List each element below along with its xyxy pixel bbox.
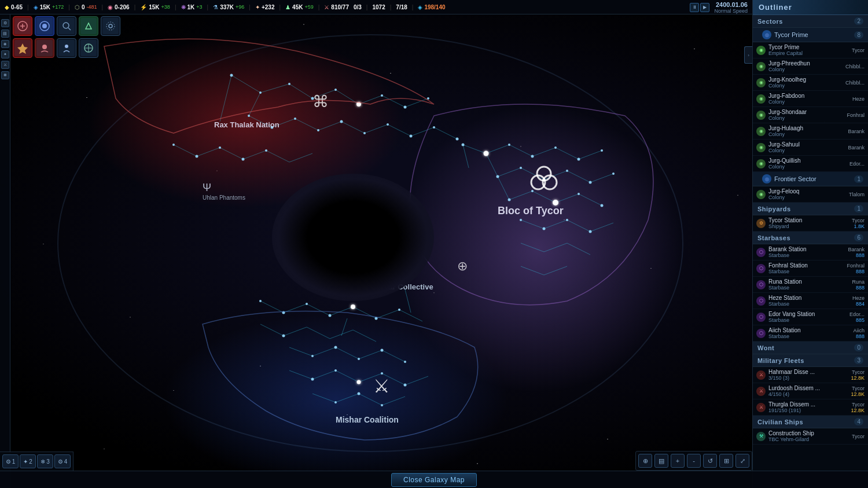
outliner-collapse-button[interactable]: ›: [744, 46, 752, 64]
shipyards-section-header[interactable]: Shipyards 1: [753, 203, 868, 215]
zoom-out-button[interactable]: -: [687, 454, 701, 468]
svg-point-133: [352, 306, 354, 308]
left-tool-6[interactable]: ❋: [1, 71, 9, 79]
power-stat: ◈ 198/140: [418, 4, 445, 10]
tycor-prime-subsection[interactable]: ◎ Tycor Prime 8: [753, 28, 868, 42]
thurgla-dissem-item[interactable]: ⚔ Thurgla Dissem ... 191/150 (191) Tycor…: [753, 399, 868, 416]
federation-button[interactable]: [79, 38, 98, 58]
barank-station-item[interactable]: ⬡ Barank Station Starbase Barank 888: [753, 244, 868, 260]
pop-stat: ♟ 45K +59: [285, 4, 314, 10]
galaxy-map-area[interactable]: Rax Thalak Nation Bloc of Tycor Ixidar S…: [0, 0, 752, 488]
tech-button[interactable]: [35, 16, 54, 36]
map-view-button[interactable]: ⊕: [638, 454, 652, 468]
heze-station-item[interactable]: ⬡ Heze Station Starbase Heze 884: [753, 293, 868, 309]
svg-point-131: [306, 303, 308, 305]
diplomacy-button[interactable]: [79, 16, 98, 36]
pause-button[interactable]: ⏸: [690, 3, 699, 12]
icon-row-1: [13, 16, 120, 36]
hahmaar-disse-item[interactable]: ⚔ Hahmaar Disse ... 3/150 (3) Tycor 12.8…: [753, 367, 868, 383]
left-toolbar: ⚙ ▤ ◈ ✦ ⚔ ❋: [0, 14, 10, 488]
colony-icon: ◉: [756, 94, 766, 104]
left-tool-5[interactable]: ⚔: [1, 61, 9, 69]
filter-button[interactable]: ▤: [654, 454, 668, 468]
settings-button[interactable]: [101, 16, 120, 36]
svg-point-177: [84, 44, 93, 52]
jurg-felooq-item[interactable]: ◉ Jurg-Felooq Colony Tlalom: [753, 186, 868, 203]
speed-3-button[interactable]: ❄3: [37, 454, 53, 468]
svg-point-171: [63, 23, 69, 28]
jurg-phreedhun-item[interactable]: ◉ Jurg-Phreedhun Colony Chibbl...: [753, 58, 868, 75]
frontier-sector-subsection[interactable]: ◎ Frontier Sector 1: [753, 172, 868, 186]
icon-row-2: [13, 38, 120, 58]
aiich-station-item[interactable]: ⬡ Aiich Station Starbase Aiich 888: [753, 325, 868, 342]
sector-icon: ◎: [762, 30, 771, 39]
left-tool-2[interactable]: ▤: [1, 30, 9, 38]
zoom-in-button[interactable]: +: [671, 454, 685, 468]
jurg-sahuul-item[interactable]: ◉ Jurg-Sahuul Colony Barank: [753, 140, 868, 156]
energy-stat: ⚡ 15K +38: [140, 4, 170, 10]
speed-2-button[interactable]: ✦2: [20, 454, 36, 468]
unity-stat: ✦ +232: [255, 4, 275, 10]
speed-controls[interactable]: ⏸ ▶: [690, 3, 709, 12]
svg-line-51: [260, 301, 284, 313]
close-galaxy-map-button[interactable]: Close Galaxy Map: [391, 473, 477, 487]
speed-1-button[interactable]: ⚙1: [2, 454, 19, 468]
left-tool-1[interactable]: ⚙: [1, 19, 9, 27]
left-tool-3[interactable]: ◈: [1, 40, 9, 48]
fleet-stat: ⚔ 810/77: [324, 4, 349, 10]
jurg-shondaar-item[interactable]: ◉ Jurg-Shondaar Colony Fonhral: [753, 107, 868, 123]
species-button[interactable]: [35, 38, 54, 58]
sectors-section-header[interactable]: Sectors 2: [753, 15, 868, 28]
left-tool-4[interactable]: ✦: [1, 50, 9, 58]
empire-button[interactable]: [13, 38, 32, 58]
jurg-hulaagh-item[interactable]: ◉ Jurg-Hulaagh Colony Barank: [753, 123, 868, 140]
jurg-quillish-item[interactable]: ◉ Jurg-Quillish Colony Edor...: [753, 156, 868, 172]
colony-icon: ◉: [756, 62, 766, 71]
svg-point-99: [410, 135, 413, 138]
tycor-prime-item[interactable]: ◉ Tycor Prime Empire Capital Tycor: [753, 42, 868, 58]
lurdoosh-dissem-item[interactable]: ⚔ Lurdoosh Dissem ... 4/150 (4) Tycor 12…: [753, 383, 868, 399]
icon-buttons: [13, 16, 120, 58]
current-date: 2400.01.06: [716, 1, 748, 8]
policy-button[interactable]: [13, 16, 32, 36]
speed-4-button[interactable]: ⚙4: [54, 454, 71, 468]
runa-station-item[interactable]: ⬡ Runa Station Starbase Runa 888: [753, 277, 868, 293]
frontier-sector-icon: ◎: [762, 174, 771, 184]
colony-icon: ◉: [756, 143, 766, 152]
svg-point-170: [40, 21, 49, 31]
jurg-fabdoon-item[interactable]: ◉ Jurg-Fabdoon Colony Heze: [753, 91, 868, 107]
construction-ship-item[interactable]: ⚒ Construction Ship TBC Yehm-Gilard Tyco…: [753, 428, 868, 445]
research-stat: ⚗ 337K +96: [213, 4, 244, 10]
svg-line-172: [68, 28, 71, 30]
military-fleets-section-header[interactable]: Military Fleets 3: [753, 354, 868, 367]
svg-point-130: [282, 311, 285, 314]
search-button[interactable]: [57, 16, 76, 36]
play-button[interactable]: ▶: [700, 3, 709, 12]
tycor-station-item[interactable]: ⚙ Tycor Station Shipyard Tycor 1.8K: [753, 215, 868, 232]
svg-point-173: [109, 24, 112, 28]
fleet-icon: ⚔: [756, 387, 766, 396]
starbase-icon: ⬡: [756, 329, 766, 338]
rotate-button[interactable]: ↺: [703, 454, 717, 468]
civilian-ships-section-header[interactable]: Civilian Ships 4: [753, 416, 868, 428]
svg-point-174: [106, 22, 115, 30]
wont-section-header[interactable]: Wont 0: [753, 342, 868, 354]
num2-stat: 7/18: [396, 4, 407, 10]
starbase-icon: ⬡: [756, 280, 766, 289]
expand-button[interactable]: ⤢: [735, 454, 749, 468]
civilian-icon: ⚒: [756, 432, 766, 441]
colony-icon: ◉: [756, 111, 766, 120]
bottom-bar: Close Galaxy Map: [0, 471, 868, 488]
starbases-section-header[interactable]: Starbases 6: [753, 232, 868, 244]
shipyard-icon: ⚙: [756, 219, 766, 228]
grid-button[interactable]: ⊞: [719, 454, 733, 468]
jurg-knoolheg-item[interactable]: ◉ Jurg-Knoolheg Colony Chibbl...: [753, 75, 868, 91]
edor-vang-station-item[interactable]: ⬡ Edor Vang Station Starbase Edor... 885: [753, 309, 868, 325]
bottom-right-controls: ⊕ ▤ + - ↺ ⊞ ⤢: [635, 451, 752, 471]
leaders-button[interactable]: [57, 38, 76, 58]
colony-icon: ◉: [756, 159, 766, 168]
planet-icon: ◉: [756, 46, 766, 55]
starbase-icon: ⬡: [756, 248, 766, 257]
fonhral-station-item[interactable]: ⬡ Fonhral Station Starbase Fonhral 888: [753, 260, 868, 277]
fleet2-stat: 0/3: [354, 4, 362, 10]
